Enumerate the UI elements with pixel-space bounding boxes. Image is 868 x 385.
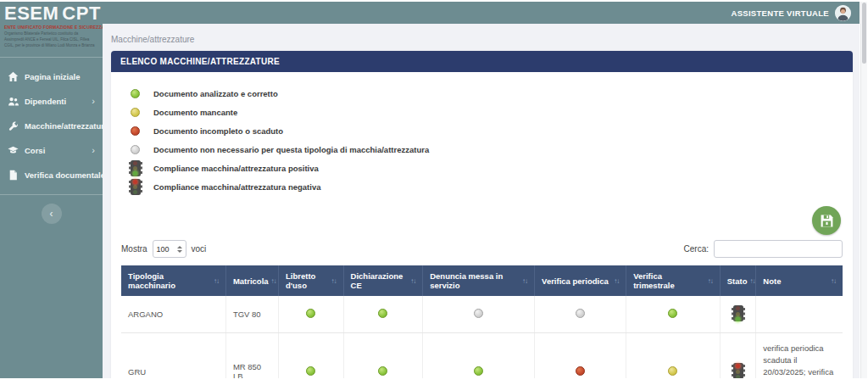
legend-item: Documento mancante [121, 103, 843, 121]
content-column: ASSISTENTE VIRTUALE Macchine/attrezzatur… [103, 2, 860, 378]
search-control: Cerca: [684, 240, 843, 258]
col-dichiarazione-ce[interactable]: Dichiarazione CE↑↓ [343, 265, 423, 296]
legend-label: Documento non necessario per questa tipo… [153, 145, 429, 154]
page-scrollbar[interactable] [860, 2, 867, 378]
table-row-argano: ARGANO TGV 80 [121, 296, 843, 333]
home-icon [8, 71, 19, 82]
chevron-right-icon: › [92, 97, 95, 106]
virtual-assistant-avatar[interactable] [835, 5, 851, 21]
cell-tipologia: GRU [121, 333, 225, 379]
status-dot [306, 366, 315, 376]
legend-item: Documento incompleto o scaduto [121, 121, 843, 140]
sidebar-collapse-area: ‹ [0, 198, 103, 229]
traffic-light-positive-icon [131, 160, 141, 176]
assistant-label: ASSISTENTE VIRTUALE [732, 8, 830, 18]
col-stato[interactable]: Stato↑↓ [720, 265, 756, 296]
sidebar-divider-bottom [0, 194, 103, 195]
status-dot [576, 366, 585, 376]
sidebar-item-verifica-documentale[interactable]: Verifica documentale › [0, 163, 103, 187]
brand-logo-right: CPT [62, 4, 101, 23]
status-dot-red [131, 126, 140, 136]
sort-icon: ↑↓ [410, 277, 415, 285]
legend-item: Compliance macchina/attrezzatura negativ… [121, 177, 843, 196]
status-dot [474, 309, 483, 318]
main-content: Macchine/attrezzature ELENCO MACCHINE/AT… [103, 24, 860, 378]
sidebar-item-corsi[interactable]: Corsi › [0, 138, 103, 163]
brand-logo: ESEM CPT ENTE UNIFICATO FORMAZIONE E SIC… [0, 2, 103, 53]
search-label: Cerca: [684, 244, 709, 254]
panel-title: ELENCO MACCHINE/ATTREZZATURE [111, 51, 853, 72]
entries-label: voci [192, 244, 207, 254]
export-save-button[interactable] [812, 206, 841, 235]
status-dot-gray [131, 145, 140, 154]
status-dot [378, 309, 387, 318]
col-libretto-duso[interactable]: Libretto d'uso↑↓ [279, 265, 344, 296]
col-denuncia-messa-in-servizio[interactable]: Denuncia messa in servizio↑↓ [423, 265, 535, 296]
sidebar-item-macchine-attrezzature[interactable]: Macchine/attrezzature [0, 114, 103, 138]
sidebar-item-dipendenti[interactable]: Dipendenti › [0, 89, 103, 114]
col-matricola[interactable]: Matricola↑↓ [225, 265, 278, 296]
page-size-control: Mostra 100 voci [121, 240, 206, 258]
legend-item: Documento non necessario per questa tipo… [121, 140, 843, 159]
cell-tipologia: ARGANO [121, 296, 225, 333]
legend-label: Documento mancante [153, 108, 237, 117]
legend-label: Documento analizzato e corretto [153, 89, 278, 98]
sort-icon: ↑↓ [214, 277, 219, 285]
traffic-light-status-icon [733, 305, 743, 321]
spinner-arrows-icon [177, 246, 182, 253]
panel-body: Documento analizzato e corretto Document… [111, 72, 853, 378]
sidebar-item-label: Dipendenti [25, 97, 66, 106]
status-dot [668, 366, 677, 376]
breadcrumb: Macchine/attrezzature [103, 24, 860, 51]
col-note[interactable]: Note↑↓ [756, 265, 843, 296]
sidebar-item-label: Verifica documentale [25, 170, 105, 180]
status-dot [378, 366, 387, 376]
document-icon [8, 170, 19, 181]
status-dot-yellow [131, 108, 140, 117]
table-header-row: Tipologia macchinario↑↓ Matricola↑↓ Libr… [121, 265, 843, 296]
sidebar-collapse-button[interactable]: ‹ [42, 204, 62, 224]
status-dot-green [131, 89, 140, 98]
export-row [121, 206, 843, 235]
table-row-gru: GRU MR 850 LB verifica periodica scaduta… [121, 333, 843, 379]
legend-label: Compliance macchina/attrezzatura negativ… [153, 182, 320, 192]
users-icon [8, 96, 19, 107]
table-controls: Mostra 100 voci Cerca: [121, 240, 843, 258]
cell-note [756, 296, 843, 333]
chevron-left-icon: ‹ [50, 208, 53, 220]
brand-logo-left: ESEM [4, 4, 58, 23]
sort-icon: ↑↓ [614, 277, 619, 285]
sidebar-divider-top [0, 57, 103, 58]
app-window: ESEM CPT ENTE UNIFICATO FORMAZIONE E SIC… [0, 2, 860, 378]
sidebar-nav: Pagina iniziale Dipendenti › Macchine/at… [0, 61, 103, 191]
sort-icon: ↑↓ [750, 277, 755, 285]
cell-note: verifica periodica scaduta il 20/03/2025… [756, 333, 843, 379]
show-label: Mostra [121, 244, 147, 254]
graduation-cap-icon [8, 145, 19, 156]
scrollbar-thumb[interactable] [862, 3, 866, 64]
legend-item: Compliance macchina/attrezzatura positiv… [121, 159, 843, 177]
sidebar-item-label: Corsi [25, 146, 45, 155]
sidebar: ESEM CPT ENTE UNIFICATO FORMAZIONE E SIC… [0, 2, 103, 378]
sort-icon: ↑↓ [271, 277, 276, 285]
machines-panel: ELENCO MACCHINE/ATTREZZATURE Documento a… [111, 51, 853, 378]
page-size-select[interactable]: 100 [153, 240, 186, 258]
floppy-disk-icon [820, 214, 834, 228]
col-tipologia-macchinario[interactable]: Tipologia macchinario↑↓ [121, 265, 225, 296]
traffic-light-status-icon [733, 363, 743, 378]
search-input[interactable] [714, 240, 843, 258]
topbar: ASSISTENTE VIRTUALE [103, 2, 860, 24]
sidebar-item-pagina-iniziale[interactable]: Pagina iniziale [0, 64, 103, 89]
brand-tagline: Organismo Bilaterale Paritetico costitui… [4, 31, 98, 48]
brand-subtitle: ENTE UNIFICATO FORMAZIONE E SICUREZZA [4, 25, 98, 30]
sort-icon: ↑↓ [522, 277, 527, 285]
brand-logo-text: ESEM CPT [4, 4, 98, 23]
sidebar-item-label: Macchine/attrezzature [25, 121, 108, 131]
wrench-icon [8, 120, 19, 131]
sort-icon: ↑↓ [708, 277, 713, 285]
sort-icon: ↑↓ [331, 277, 337, 285]
col-verifica-trimestrale[interactable]: Verifica trimestrale↑↓ [626, 265, 721, 296]
col-verifica-periodica[interactable]: Verifica periodica↑↓ [535, 265, 626, 296]
traffic-light-negative-icon [131, 179, 141, 195]
status-dot [306, 309, 315, 318]
